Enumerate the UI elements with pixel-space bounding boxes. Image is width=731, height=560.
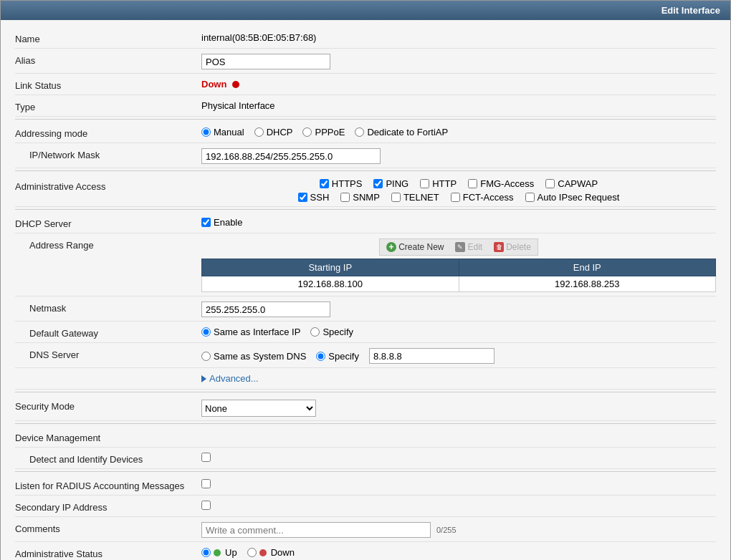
advanced-value-col: Advanced...: [201, 372, 716, 384]
snmp-checkbox[interactable]: [340, 193, 350, 202]
netmask-input[interactable]: [201, 301, 330, 317]
capwap-checkbox[interactable]: [545, 179, 555, 188]
auto-ipsec-checkbox[interactable]: [525, 193, 535, 202]
dhcp-enable-label[interactable]: Enable: [201, 217, 242, 228]
https-checkbox[interactable]: [320, 179, 329, 188]
dg-specify-label[interactable]: Specify: [310, 327, 353, 337]
create-new-label: Create New: [398, 242, 444, 252]
admin-access-label: Administrative Access: [15, 177, 201, 192]
create-new-button[interactable]: + Create New: [384, 241, 446, 253]
edit-interface-dialog: Edit Interface Name internal(08:5B:0E:05…: [0, 0, 731, 560]
ssh-checkbox[interactable]: [298, 193, 307, 202]
dns-specify-radio[interactable]: [316, 352, 325, 361]
detect-label: Detect and Identify Devices: [15, 451, 201, 465]
alias-row: Alias: [15, 49, 716, 74]
dg-specify-text: Specify: [322, 327, 353, 337]
status-up-radio[interactable]: [201, 548, 211, 557]
dns-specify-label[interactable]: Specify: [316, 351, 359, 362]
security-mode-select[interactable]: None: [201, 400, 316, 417]
status-down-label[interactable]: Down: [247, 547, 295, 558]
pppoe-radio-label[interactable]: PPPoE: [302, 127, 345, 137]
divider5: [15, 423, 716, 424]
auto-ipsec-check-label[interactable]: Auto IPsec Request: [525, 192, 620, 203]
fmg-check-label[interactable]: FMG-Access: [468, 178, 534, 189]
detect-value-col: [201, 451, 716, 462]
link-status-label: Link Status: [15, 77, 201, 91]
dedicate-radio[interactable]: [355, 127, 364, 137]
ssh-check-label[interactable]: SSH: [298, 192, 330, 203]
ping-check-label[interactable]: PING: [373, 178, 408, 189]
fct-checkbox[interactable]: [451, 193, 460, 202]
pppoe-radio[interactable]: [302, 127, 312, 137]
radius-value-col: [201, 478, 716, 488]
fct-check-label[interactable]: FCT-Access: [451, 192, 514, 203]
table-row: 192.168.88.100 192.168.88.253: [202, 276, 716, 292]
advanced-link[interactable]: Advanced...: [201, 373, 259, 384]
dhcp-radio[interactable]: [254, 127, 264, 137]
alias-label: Alias: [15, 52, 201, 66]
capwap-check-label[interactable]: CAPWAP: [545, 178, 598, 189]
https-label: HTTPS: [332, 178, 363, 189]
manual-label: Manual: [214, 127, 244, 137]
telnet-check-label[interactable]: TELNET: [391, 192, 439, 203]
status-up-label[interactable]: Up: [201, 547, 237, 558]
manual-radio-label[interactable]: Manual: [201, 127, 244, 137]
ip-mask-input[interactable]: [201, 148, 381, 164]
dns-server-value-col: Same as System DNS Specify: [201, 347, 716, 364]
dhcp-enable-text: Enable: [214, 217, 242, 228]
name-value: internal(08:5B:0E:05:B7:68): [201, 31, 716, 43]
status-down-radio[interactable]: [247, 548, 257, 557]
admin-access-row1: HTTPS PING HTTP FMG-Access: [320, 178, 598, 189]
http-check-label[interactable]: HTTP: [420, 178, 457, 189]
same-as-system-dns-label[interactable]: Same as System DNS: [201, 351, 306, 362]
snmp-check-label[interactable]: SNMP: [340, 192, 380, 203]
delete-button[interactable]: 🗑 Delete: [492, 241, 533, 253]
secondary-ip-label: Secondary IP Address: [15, 499, 201, 513]
name-label: Name: [15, 31, 201, 44]
name-row: Name internal(08:5B:0E:05:B7:68): [15, 27, 716, 49]
ip-mask-row: IP/Network Mask: [15, 143, 716, 168]
device-mgmt-row: Device Management: [15, 426, 716, 448]
same-as-interface-radio[interactable]: [201, 327, 211, 337]
end-ip-header: End IP: [459, 259, 716, 276]
comments-value-col: 0/255: [201, 521, 716, 538]
default-gateway-group: Same as Interface IP Specify: [201, 327, 353, 337]
secondary-ip-checkbox[interactable]: [201, 501, 211, 510]
edit-button[interactable]: ✎ Edit: [453, 241, 484, 253]
device-mgmt-value-col: [201, 430, 716, 431]
type-text: Physical Interface: [201, 100, 275, 111]
address-range-label: Address Range: [15, 237, 201, 251]
default-gateway-row: Default Gateway Same as Interface IP Spe…: [15, 322, 716, 343]
dhcp-enable-checkbox[interactable]: [201, 218, 211, 227]
dg-specify-radio[interactable]: [310, 327, 320, 337]
edit-icon: ✎: [455, 242, 465, 252]
https-check-label[interactable]: HTTPS: [320, 178, 363, 189]
dns-server-label: DNS Server: [15, 347, 201, 360]
arrow-right-icon: [201, 375, 206, 382]
admin-status-row: Administrative Status Up Down: [15, 542, 716, 560]
fmg-checkbox[interactable]: [468, 179, 477, 188]
ping-checkbox[interactable]: [373, 179, 383, 188]
starting-ip-cell: 192.168.88.100: [202, 276, 459, 292]
security-mode-row: Security Mode None: [15, 395, 716, 421]
dhcp-label: DHCP: [267, 127, 293, 137]
dhcp-radio-label[interactable]: DHCP: [254, 127, 293, 137]
dedicate-radio-label[interactable]: Dedicate to FortiAP: [355, 127, 448, 137]
netmask-label: Netmask: [15, 300, 201, 314]
same-as-system-dns-radio[interactable]: [201, 352, 211, 361]
alias-input[interactable]: [201, 54, 330, 69]
same-as-interface-text: Same as Interface IP: [214, 327, 300, 337]
default-gateway-value-col: Same as Interface IP Specify: [201, 325, 716, 337]
comments-input[interactable]: [201, 522, 431, 538]
same-as-interface-label[interactable]: Same as Interface IP: [201, 327, 300, 337]
http-checkbox[interactable]: [420, 179, 429, 188]
detect-checkbox[interactable]: [201, 453, 211, 462]
capwap-label: CAPWAP: [558, 178, 598, 189]
radius-checkbox[interactable]: [201, 479, 211, 488]
telnet-checkbox[interactable]: [391, 193, 401, 202]
addressing-mode-group: Manual DHCP PPPoE Dedicate to FortiAP: [201, 127, 448, 137]
dns-input[interactable]: [369, 348, 494, 364]
manual-radio[interactable]: [201, 127, 211, 137]
dns-specify-text: Specify: [328, 351, 359, 362]
divider6: [15, 471, 716, 472]
